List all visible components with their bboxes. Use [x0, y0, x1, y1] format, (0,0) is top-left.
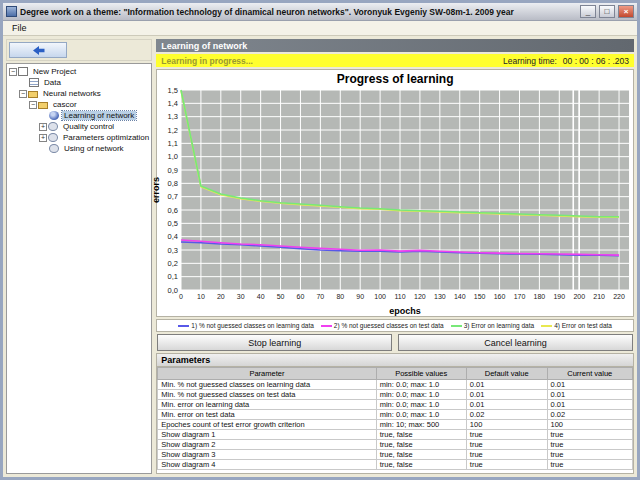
tree-item-using-of-network[interactable]: Using of network [7, 143, 151, 154]
param-cell: min: 0.0; max: 1.0 [376, 390, 466, 400]
param-current-value-cell[interactable]: true [547, 450, 632, 460]
svg-text:0,0: 0,0 [168, 286, 178, 295]
legend-label: 1) % not guessed classes on learning dat… [191, 322, 314, 329]
legend-item: 2) % not guessed classes on test data [321, 322, 444, 329]
legend-swatch [178, 325, 189, 327]
param-row-min-error-on-test-data[interactable]: Min. error on test datamin: 0.0; max: 1.… [158, 410, 633, 420]
collapse-toggle-icon[interactable]: − [19, 90, 27, 98]
tree-item-label: Learning of network [62, 111, 136, 120]
chart-plot: 0,00,10,20,30,40,50,60,70,80,91,01,11,21… [151, 86, 639, 316]
tree-item-new-project[interactable]: −New Project [7, 66, 151, 77]
param-cell: true, false [376, 450, 466, 460]
svg-text:0,5: 0,5 [168, 219, 178, 228]
expand-toggle-icon[interactable]: + [39, 134, 47, 142]
param-cell: 0.02 [466, 410, 547, 420]
collapse-toggle-icon[interactable]: − [9, 68, 17, 76]
parameters-title: Parameters [157, 354, 633, 367]
parameters-icon [48, 133, 58, 142]
close-button[interactable]: × [618, 5, 634, 18]
legend-swatch [541, 325, 552, 327]
tree-item-label: Neural networks [41, 89, 103, 98]
panel-header: Learning of network [156, 39, 634, 52]
svg-text:40: 40 [257, 293, 265, 300]
chart-legend: 1) % not guessed classes on learning dat… [156, 319, 634, 332]
folder-icon [38, 102, 48, 109]
svg-text:20: 20 [217, 293, 225, 300]
tree-item-data[interactable]: Data [7, 77, 151, 88]
svg-text:0,8: 0,8 [168, 179, 178, 188]
param-current-value-cell[interactable]: 100 [547, 420, 632, 430]
param-cell: 0.01 [466, 380, 547, 390]
param-cell: Show diagram 4 [158, 460, 376, 470]
param-current-value-cell[interactable]: 0.02 [547, 410, 632, 420]
svg-text:190: 190 [554, 293, 566, 300]
param-current-value-cell[interactable]: true [547, 440, 632, 450]
param-row-show-diagram-3[interactable]: Show diagram 3true, falsetruetrue [158, 450, 633, 460]
expand-toggle-icon[interactable]: + [39, 123, 47, 131]
legend-label: 4) Error on test data [554, 322, 612, 329]
menu-file[interactable]: File [5, 22, 34, 34]
stop-learning-button[interactable]: Stop learning [157, 334, 392, 351]
data-icon [29, 78, 39, 87]
svg-text:150: 150 [474, 293, 486, 300]
chart-title: Progress of learning [337, 72, 454, 86]
param-current-value-cell[interactable]: 0.01 [547, 380, 632, 390]
svg-text:200: 200 [574, 293, 586, 300]
param-current-value-cell[interactable]: true [547, 460, 632, 470]
minimize-button[interactable]: _ [580, 5, 596, 18]
param-current-value-cell[interactable]: true [547, 430, 632, 440]
tree-item-cascor[interactable]: −cascor [7, 99, 151, 110]
back-button[interactable] [9, 42, 67, 58]
param-row-min-not-guessed-classes-on-learning-data[interactable]: Min. % not guessed classes on learning d… [158, 380, 633, 390]
legend-item: 4) Error on test data [541, 322, 612, 329]
param-row-show-diagram-2[interactable]: Show diagram 2true, falsetruetrue [158, 440, 633, 450]
blue-arrow-icon [31, 45, 46, 56]
svg-text:220: 220 [613, 293, 625, 300]
legend-label: 3) Error on learning data [464, 322, 534, 329]
svg-text:epochs: epochs [389, 306, 421, 316]
svg-text:1,0: 1,0 [168, 152, 178, 161]
param-row-show-diagram-1[interactable]: Show diagram 1true, falsetruetrue [158, 430, 633, 440]
svg-text:70: 70 [317, 293, 325, 300]
tree-item-neural-networks[interactable]: −Neural networks [7, 88, 151, 99]
svg-text:1,5: 1,5 [168, 86, 178, 95]
param-cell: true [466, 450, 547, 460]
svg-text:160: 160 [494, 293, 506, 300]
param-cell: Min. error on learning data [158, 400, 376, 410]
tree-toolbar [6, 39, 152, 61]
tree-item-label: Using of network [62, 144, 126, 153]
svg-text:1,4: 1,4 [168, 99, 178, 108]
param-cell: Min. % not guessed classes on learning d… [158, 380, 376, 390]
progress-status: Learning in progress... [161, 56, 253, 66]
svg-text:1,2: 1,2 [168, 126, 178, 135]
collapse-toggle-icon[interactable]: − [29, 101, 37, 109]
svg-text:130: 130 [434, 293, 446, 300]
cancel-learning-button[interactable]: Cancel learning [398, 334, 633, 351]
column-header-default-value: Default value [466, 368, 547, 380]
param-cell: Show diagram 2 [158, 440, 376, 450]
svg-text:180: 180 [534, 293, 546, 300]
learning-progress-bar: Learning in progress... Learning time:00… [156, 54, 634, 67]
param-row-min-not-guessed-classes-on-test-data[interactable]: Min. % not guessed classes on test datam… [158, 390, 633, 400]
svg-text:1,3: 1,3 [168, 112, 178, 121]
param-row-epoches-count-of-test-error-growth-criterion[interactable]: Epoches count of test error growth crite… [158, 420, 633, 430]
svg-text:0: 0 [179, 293, 183, 300]
param-row-min-error-on-learning-data[interactable]: Min. error on learning datamin: 0.0; max… [158, 400, 633, 410]
svg-text:120: 120 [414, 293, 426, 300]
tree-item-label: cascor [51, 100, 79, 109]
app-window: Degree work on a theme: "Information tec… [0, 0, 640, 480]
project-tree: −New ProjectData−Neural networks−cascorL… [6, 63, 152, 474]
tree-item-parameters-optimization[interactable]: +Parameters optimization [7, 132, 151, 143]
tree-item-quality-control[interactable]: +Quality control [7, 121, 151, 132]
maximize-button[interactable]: □ [599, 5, 615, 18]
column-header-possible-values: Possible values [376, 368, 466, 380]
parameters-header-row: ParameterPossible valuesDefault valueCur… [158, 368, 633, 380]
param-current-value-cell[interactable]: 0.01 [547, 390, 632, 400]
param-current-value-cell[interactable]: 0.01 [547, 400, 632, 410]
param-cell: 0.01 [466, 390, 547, 400]
network-folder-icon [28, 91, 38, 98]
tree-item-learning-of-network[interactable]: Learning of network [7, 110, 151, 121]
param-row-show-diagram-4[interactable]: Show diagram 4true, falsetruetrue [158, 460, 633, 470]
learning-actions: Stop learning Cancel learning [156, 334, 634, 351]
using-icon [49, 144, 59, 153]
